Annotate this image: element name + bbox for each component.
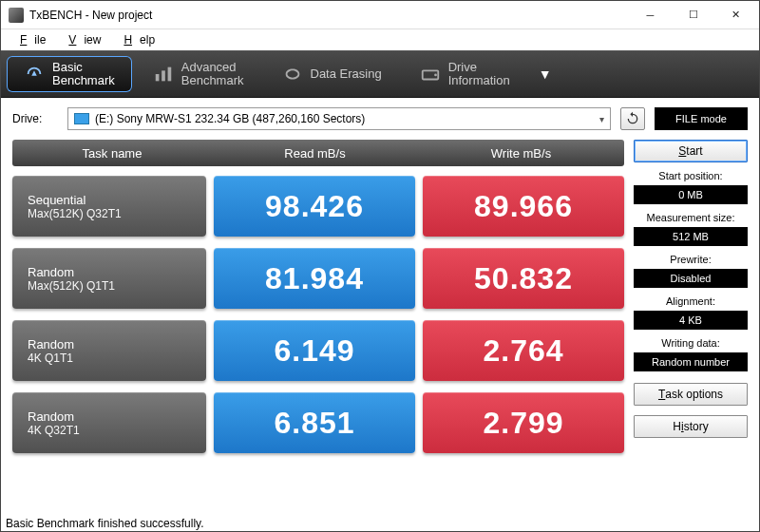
- task-name-line2: 4K Q1T1: [28, 352, 191, 365]
- read-value: 98.426: [214, 176, 415, 237]
- header-write: Write mB/s: [418, 140, 624, 166]
- tab-label: BasicBenchmark: [52, 61, 115, 88]
- menu-view[interactable]: View: [53, 31, 108, 48]
- task-name-line1: Random: [28, 409, 191, 424]
- results-table: Task name Read mB/s Write mB/s Sequentia…: [12, 140, 624, 465]
- tab-overflow-arrow[interactable]: ▼: [529, 66, 561, 82]
- read-value: 6.851: [214, 392, 415, 453]
- start-button[interactable]: Start: [634, 140, 748, 162]
- alignment-value[interactable]: 4 KB: [634, 311, 748, 330]
- sidebar: Start Start position: 0 MB Measurement s…: [634, 140, 748, 465]
- alignment-label: Alignment:: [634, 295, 748, 307]
- task-name-line2: 4K Q32T1: [28, 424, 191, 437]
- write-value: 2.799: [423, 392, 624, 453]
- drive-icon: [420, 64, 441, 85]
- drive-select[interactable]: (E:) Sony MRW-S1 232.34 GB (487,260,160 …: [67, 107, 611, 130]
- bench-row: Random Max(512K) Q1T1 81.984 50.832: [12, 248, 624, 309]
- start-position-label: Start position:: [634, 170, 748, 181]
- tab-data-erasing[interactable]: Data Erasing: [265, 56, 399, 92]
- header-task: Task name: [12, 140, 212, 166]
- menu-file[interactable]: File: [5, 31, 53, 48]
- menubar: File View Help: [1, 29, 759, 50]
- task-cell[interactable]: Random Max(512K) Q1T1: [12, 248, 206, 309]
- task-cell[interactable]: Sequential Max(512K) Q32T1: [12, 176, 206, 237]
- menu-help[interactable]: Help: [108, 31, 162, 48]
- results-header: Task name Read mB/s Write mB/s: [12, 140, 624, 166]
- drive-select-value: (E:) Sony MRW-S1 232.34 GB (487,260,160 …: [95, 112, 599, 125]
- bench-row: Sequential Max(512K) Q32T1 98.426 89.966: [12, 176, 624, 237]
- bars-icon: [153, 64, 174, 85]
- erase-icon: [282, 64, 303, 85]
- task-options-button[interactable]: Task options: [634, 383, 748, 406]
- window-title: TxBENCH - New project: [29, 9, 152, 22]
- task-name-line2: Max(512K) Q1T1: [28, 279, 191, 293]
- chevron-down-icon: ▾: [599, 114, 604, 124]
- file-mode-button[interactable]: FILE mode: [655, 107, 748, 130]
- close-button[interactable]: ✕: [714, 2, 757, 28]
- history-button[interactable]: History: [634, 415, 748, 438]
- svg-point-4: [434, 74, 437, 77]
- header-read: Read mB/s: [212, 140, 418, 166]
- drive-device-icon: [74, 113, 89, 124]
- bench-row: Random 4K Q32T1 6.851 2.799: [12, 392, 624, 453]
- tab-label: AdvancedBenchmark: [181, 61, 244, 88]
- task-name-line2: Max(512K) Q32T1: [28, 207, 191, 220]
- write-value: 2.764: [423, 320, 624, 381]
- status-bar: Basic Benchmark finished successfully.: [6, 517, 204, 530]
- task-name-line1: Sequential: [28, 193, 191, 207]
- drive-label: Drive:: [12, 112, 58, 125]
- tab-basic-benchmark[interactable]: BasicBenchmark: [7, 56, 132, 92]
- drive-row: Drive: (E:) Sony MRW-S1 232.34 GB (487,2…: [1, 98, 759, 136]
- svg-rect-1: [162, 70, 165, 81]
- write-value: 89.966: [423, 176, 624, 237]
- tab-drive-information[interactable]: DriveInformation: [403, 56, 527, 92]
- tab-bar: BasicBenchmark AdvancedBenchmark Data Er…: [1, 50, 759, 98]
- writing-data-label: Writing data:: [634, 337, 748, 349]
- titlebar: TxBENCH - New project ─ ☐ ✕: [1, 1, 759, 29]
- maximize-button[interactable]: ☐: [672, 2, 714, 28]
- refresh-icon: [625, 111, 640, 126]
- start-position-value[interactable]: 0 MB: [634, 185, 748, 204]
- svg-rect-0: [156, 74, 160, 81]
- minimize-button[interactable]: ─: [629, 2, 672, 28]
- write-value: 50.832: [423, 248, 624, 309]
- svg-rect-2: [167, 67, 171, 82]
- task-name-line1: Random: [28, 265, 191, 279]
- app-icon: [9, 8, 24, 23]
- bench-row: Random 4K Q1T1 6.149 2.764: [12, 320, 624, 381]
- prewrite-label: Prewrite:: [634, 254, 748, 265]
- read-value: 81.984: [214, 248, 415, 309]
- task-name-line1: Random: [28, 337, 191, 352]
- writing-data-value[interactable]: Random number: [634, 352, 748, 371]
- prewrite-value[interactable]: Disabled: [634, 269, 748, 288]
- tab-label: Data Erasing: [311, 67, 382, 81]
- read-value: 6.149: [214, 320, 415, 381]
- task-cell[interactable]: Random 4K Q1T1: [12, 320, 206, 381]
- gauge-icon: [24, 64, 45, 85]
- tab-label: DriveInformation: [448, 61, 510, 88]
- task-cell[interactable]: Random 4K Q32T1: [12, 392, 206, 453]
- refresh-button[interactable]: [620, 107, 645, 130]
- measurement-size-value[interactable]: 512 MB: [634, 227, 748, 246]
- measurement-size-label: Measurement size:: [634, 212, 748, 223]
- tab-advanced-benchmark[interactable]: AdvancedBenchmark: [136, 56, 261, 92]
